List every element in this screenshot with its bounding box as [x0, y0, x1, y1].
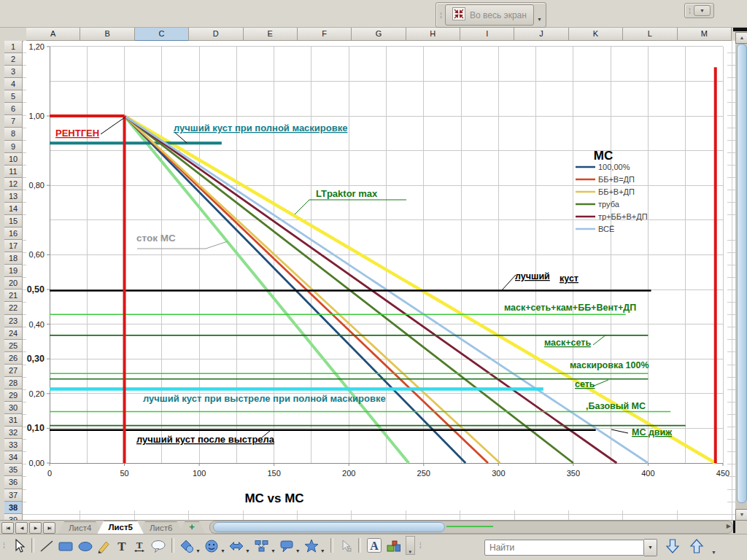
- ellipse-tool[interactable]: [77, 537, 93, 553]
- row-header-28[interactable]: 28: [4, 377, 23, 389]
- row-header-9[interactable]: 9: [4, 141, 23, 153]
- row-header-32[interactable]: 32: [4, 427, 23, 439]
- row-header-12[interactable]: 12: [4, 178, 23, 190]
- toolbar-grip-icon[interactable]: ⁞: [689, 7, 691, 15]
- block-arrows-tool[interactable]: ▼: [229, 537, 250, 553]
- row-header-39[interactable]: 39: [4, 514, 23, 520]
- column-header-C[interactable]: C: [135, 28, 189, 41]
- toolbar-grip-icon[interactable]: ⁞: [3, 541, 5, 550]
- find-input[interactable]: [484, 540, 644, 556]
- flowchart-tool[interactable]: ▼: [254, 537, 276, 553]
- fontwork-tool[interactable]: A: [366, 537, 382, 553]
- column-header-B[interactable]: B: [80, 28, 134, 41]
- row-header-29[interactable]: 29: [4, 389, 23, 402]
- sheet-area[interactable]: [23, 41, 735, 520]
- row-header-14[interactable]: 14: [4, 203, 23, 215]
- row-header-15[interactable]: 15: [4, 215, 23, 228]
- row-header-36[interactable]: 36: [4, 476, 23, 489]
- row-header-37[interactable]: 37: [4, 489, 23, 502]
- row-header-4[interactable]: 4: [4, 78, 23, 90]
- row-header-1[interactable]: 1: [4, 41, 23, 53]
- sheet-nav-button-2[interactable]: ▶: [29, 522, 42, 534]
- block-arrows-dropdown-arrow-icon[interactable]: ▼: [245, 548, 250, 553]
- column-header-M[interactable]: M: [678, 28, 732, 41]
- sheet-tab-Лист4[interactable]: Лист4: [58, 521, 102, 534]
- fullscreen-button[interactable]: Во весь экран: [445, 4, 534, 26]
- flowchart-dropdown-arrow-icon[interactable]: ▼: [271, 548, 276, 553]
- vscroll-down-button[interactable]: ▼: [735, 509, 747, 521]
- row-header-25[interactable]: 25: [4, 340, 23, 352]
- column-header-H[interactable]: H: [406, 28, 460, 41]
- toolbar-overflow-button[interactable]: ▼: [406, 536, 415, 555]
- row-header-26[interactable]: 26: [4, 352, 23, 365]
- row-header-16[interactable]: 16: [4, 228, 23, 240]
- stars-tool[interactable]: ▼: [304, 537, 325, 553]
- column-header-J[interactable]: J: [514, 28, 568, 41]
- row-header-2[interactable]: 2: [4, 53, 23, 66]
- basic-shapes-dropdown-arrow-icon[interactable]: ▼: [196, 548, 201, 553]
- symbol-shapes-tool[interactable]: ▼: [204, 537, 225, 553]
- freeform-line-tool[interactable]: [97, 537, 112, 553]
- vertical-split-handle[interactable]: [733, 28, 747, 31]
- vscroll-up-button[interactable]: ▲: [735, 32, 747, 44]
- column-header-G[interactable]: G: [352, 28, 406, 41]
- points-tool[interactable]: [338, 537, 353, 553]
- find-next-button[interactable]: [664, 537, 681, 558]
- column-header-F[interactable]: F: [298, 28, 352, 41]
- text-tool[interactable]: T: [115, 537, 128, 553]
- row-header-38[interactable]: 38: [4, 502, 23, 514]
- basic-shapes-tool[interactable]: ▼: [179, 537, 201, 553]
- row-header-27[interactable]: 27: [4, 365, 23, 377]
- row-header-31[interactable]: 31: [4, 414, 23, 427]
- row-header-24[interactable]: 24: [4, 327, 23, 340]
- row-header-5[interactable]: 5: [4, 90, 23, 103]
- hscroll-right-arrow-icon[interactable]: ▶: [727, 523, 731, 529]
- row-header-18[interactable]: 18: [4, 252, 23, 265]
- row-header-13[interactable]: 13: [4, 190, 23, 203]
- row-header-20[interactable]: 20: [4, 277, 23, 289]
- row-header-6[interactable]: 6: [4, 103, 23, 115]
- sheet-nav-button-0[interactable]: |◀: [1, 522, 14, 534]
- callout-balloon-tool[interactable]: [150, 537, 166, 553]
- line-tool[interactable]: [39, 537, 54, 553]
- row-header-3[interactable]: 3: [4, 66, 23, 78]
- row-header-35[interactable]: 35: [4, 464, 23, 476]
- select-tool[interactable]: [12, 537, 26, 553]
- sheet-tab-Лист6[interactable]: Лист6: [139, 521, 183, 534]
- vertical-text-tool[interactable]: T: [132, 537, 147, 553]
- stars-dropdown-arrow-icon[interactable]: ▼: [320, 548, 325, 553]
- column-header-K[interactable]: K: [569, 28, 623, 41]
- find-dropdown-arrow-icon[interactable]: ▼: [644, 539, 657, 556]
- column-header-L[interactable]: L: [623, 28, 677, 41]
- row-header-21[interactable]: 21: [4, 289, 23, 302]
- extrusion-tool[interactable]: [386, 537, 402, 553]
- find-previous-button[interactable]: [688, 537, 705, 558]
- row-header-8[interactable]: 8: [4, 128, 23, 140]
- horizontal-scrollbar[interactable]: ▶: [209, 521, 733, 534]
- sheet-nav-button-1[interactable]: ◀: [15, 522, 28, 534]
- add-sheet-tab[interactable]: +: [178, 521, 206, 534]
- sheet-tab-Лист5[interactable]: Лист5: [97, 521, 144, 534]
- column-header-A[interactable]: A: [26, 28, 80, 41]
- row-header-19[interactable]: 19: [4, 265, 23, 277]
- callouts-dropdown-arrow-icon[interactable]: ▼: [295, 548, 301, 553]
- row-header-7[interactable]: 7: [4, 115, 23, 128]
- column-header-I[interactable]: I: [460, 28, 514, 41]
- symbol-shapes-dropdown-arrow-icon[interactable]: ▼: [220, 548, 225, 553]
- horizontal-scrollbar-thumb[interactable]: [213, 522, 445, 532]
- toolbar-grip-icon[interactable]: ⁞: [440, 11, 442, 20]
- row-header-23[interactable]: 23: [4, 315, 23, 327]
- row-header-33[interactable]: 33: [4, 439, 23, 451]
- row-header-22[interactable]: 22: [4, 302, 23, 314]
- toolbar-options-arrow-icon[interactable]: ▼: [537, 17, 542, 22]
- row-header-10[interactable]: 10: [4, 153, 23, 166]
- vertical-scrollbar-thumb[interactable]: [737, 44, 747, 503]
- callouts-tool[interactable]: ▼: [279, 537, 301, 553]
- sheet-nav-button-3[interactable]: ▶|: [43, 522, 55, 534]
- row-header-30[interactable]: 30: [4, 402, 23, 414]
- row-header-11[interactable]: 11: [4, 166, 23, 178]
- column-header-D[interactable]: D: [189, 28, 243, 41]
- column-header-E[interactable]: E: [244, 28, 298, 41]
- secondary-toolbar-button[interactable]: ▼: [694, 5, 711, 16]
- toolbar-grip-icon[interactable]: ⁞: [419, 541, 422, 550]
